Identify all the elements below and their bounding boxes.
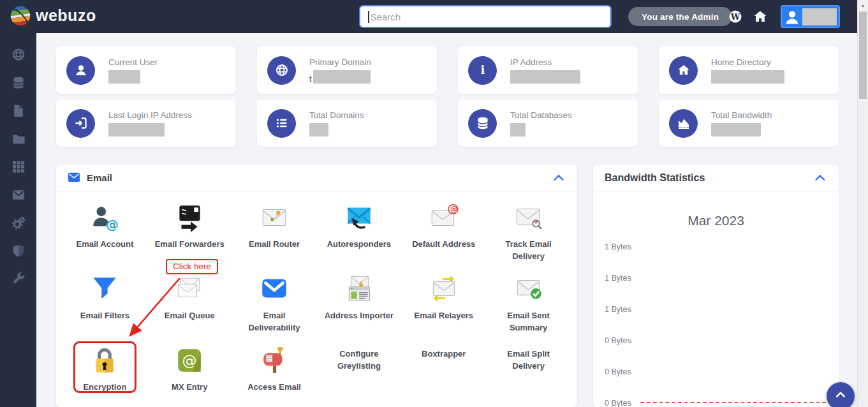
email-item-label: Default Address bbox=[412, 239, 475, 251]
wordpress-icon[interactable]: W bbox=[728, 9, 743, 24]
email-item-email-relayers[interactable]: Email Relayers bbox=[401, 270, 486, 342]
envelope-blue-icon bbox=[68, 172, 80, 184]
email-item-configure-greylisting[interactable]: Configure Greylisting bbox=[316, 342, 401, 407]
email-item-email-sent-summary[interactable]: Email Sent Summary bbox=[486, 270, 571, 342]
chart-ytick: 0 Bytes bbox=[605, 367, 631, 376]
sidebar-item-grid[interactable] bbox=[11, 159, 26, 174]
sidebar-item-wrench[interactable] bbox=[11, 272, 26, 286]
chevron-up-icon[interactable] bbox=[552, 171, 566, 185]
email-router-icon bbox=[258, 202, 290, 233]
email-item-email-router[interactable]: Email Router bbox=[232, 199, 317, 270]
email-item-mx-entry[interactable]: @MX Entry bbox=[147, 342, 232, 407]
sidebar-item-gears[interactable] bbox=[11, 216, 26, 230]
wrench-icon bbox=[11, 278, 26, 288]
email-relayers-icon bbox=[428, 273, 460, 305]
card-title: Home Directory bbox=[711, 57, 784, 67]
email-item-label: Boxtrapper bbox=[422, 348, 466, 360]
card-value-redacted bbox=[108, 70, 140, 84]
email-item-email-account[interactable]: @Email Account bbox=[63, 199, 147, 270]
email-item-default-address[interactable]: @Default Address bbox=[401, 199, 486, 270]
sidebar-item-globe[interactable] bbox=[11, 47, 26, 62]
search-input[interactable]: Search bbox=[359, 5, 612, 28]
email-section-title: Email bbox=[87, 172, 112, 183]
card-title: Total Bandwidth bbox=[711, 110, 772, 120]
chart-ytick: 1 Bytes bbox=[605, 305, 631, 314]
info-cards: Current UserPrimary DomaintiIP AddressHo… bbox=[56, 47, 839, 147]
card-value-redacted bbox=[711, 70, 784, 84]
sidebar-item-folder[interactable] bbox=[11, 131, 26, 146]
email-item-email-split-delivery[interactable]: Email Split Delivery bbox=[486, 342, 571, 407]
svg-text:@: @ bbox=[106, 218, 119, 232]
email-account-icon: @ bbox=[89, 202, 121, 233]
encryption-icon bbox=[89, 344, 121, 376]
login-icon bbox=[66, 109, 95, 138]
email-item-email-queue[interactable]: Email Queue bbox=[147, 270, 232, 342]
webuzo-dashboard: webuzo Search You are the Admin W Curren… bbox=[0, 0, 868, 407]
default-address-icon: @ bbox=[428, 202, 460, 233]
email-item-label: Email Filters bbox=[80, 310, 129, 322]
card-value-redacted bbox=[313, 70, 371, 84]
card-value-redacted bbox=[510, 123, 526, 137]
card-total-databases: Total Databases bbox=[458, 100, 638, 147]
list-icon bbox=[267, 109, 296, 138]
email-tools-grid: @Email AccountEmail ForwardersEmail Rout… bbox=[56, 191, 577, 407]
home-icon[interactable] bbox=[753, 9, 768, 24]
card-value-redacted bbox=[309, 123, 328, 137]
email-item-label: Address Importer bbox=[325, 310, 394, 322]
email-filters-icon bbox=[89, 273, 121, 305]
card-home-directory: Home Directory bbox=[659, 47, 839, 94]
email-section: Email @Email AccountEmail ForwardersEmai… bbox=[56, 165, 577, 407]
home-icon bbox=[669, 56, 698, 85]
chevron-up-icon[interactable] bbox=[813, 171, 827, 185]
email-item-address-importer[interactable]: Address Importer bbox=[316, 270, 401, 342]
card-title: Total Databases bbox=[510, 110, 572, 120]
globe-icon bbox=[267, 56, 296, 85]
chart-month-title: Mar 2023 bbox=[593, 213, 839, 228]
address-importer-icon bbox=[343, 273, 375, 305]
email-item-boxtrapper[interactable]: Boxtrapper bbox=[401, 342, 486, 407]
email-item-label: Email Forwarders bbox=[155, 239, 224, 251]
card-total-domains: Total Domains bbox=[257, 100, 437, 147]
search-placeholder: Search bbox=[371, 11, 401, 22]
user-account-button[interactable] bbox=[781, 5, 840, 28]
sidebar-item-mail[interactable] bbox=[11, 188, 26, 202]
track-email-delivery-icon bbox=[513, 202, 545, 233]
email-item-encryption[interactable]: Encryption bbox=[63, 342, 147, 407]
card-title: Last Login IP Address bbox=[108, 110, 192, 120]
bandwidth-section: Bandwidth Statistics Mar 2023 1 Bytes1 B… bbox=[593, 165, 839, 407]
email-item-autoresponders[interactable]: Autoresponders bbox=[316, 199, 401, 270]
card-last-login-ip-address: Last Login IP Address bbox=[56, 100, 236, 147]
svg-text:@: @ bbox=[182, 352, 197, 369]
email-item-email-filters[interactable]: Email Filters bbox=[63, 270, 147, 342]
grid-icon bbox=[11, 165, 26, 176]
scrollbar-up-arrow-icon[interactable]: ▲ bbox=[858, 0, 868, 11]
email-item-track-email-delivery[interactable]: Track Email Delivery bbox=[486, 199, 571, 270]
autoresponders-icon bbox=[343, 202, 375, 233]
email-forwarders-icon bbox=[173, 202, 205, 233]
chart-icon bbox=[669, 109, 698, 138]
email-item-access-email[interactable]: Access Email bbox=[232, 342, 317, 407]
chart-ytick: 0 Bytes bbox=[605, 399, 631, 407]
svg-text:@: @ bbox=[450, 205, 457, 214]
user-icon bbox=[66, 56, 95, 85]
database-icon bbox=[11, 81, 26, 92]
email-item-label: Email Sent Summary bbox=[491, 310, 566, 334]
file-icon bbox=[11, 109, 26, 120]
card-primary-domain: Primary Domaint bbox=[257, 47, 437, 94]
scrollbar-thumb[interactable] bbox=[859, 11, 867, 99]
database-icon bbox=[468, 109, 497, 138]
info-icon: i bbox=[468, 56, 497, 85]
text-caret bbox=[368, 11, 369, 23]
sidebar-item-database[interactable] bbox=[11, 75, 26, 90]
email-item-email-deliverability[interactable]: Email Deliverability bbox=[232, 270, 317, 342]
mail-icon bbox=[11, 193, 26, 204]
mx-entry-icon: @ bbox=[173, 344, 205, 376]
brand-logo[interactable]: webuzo bbox=[9, 4, 96, 27]
sidebar-item-file[interactable] bbox=[11, 103, 26, 118]
sidebar-item-shield[interactable] bbox=[11, 244, 26, 258]
chart-ytick: 1 Bytes bbox=[605, 274, 631, 283]
email-item-label: Email Relayers bbox=[414, 310, 473, 322]
scrollbar[interactable]: ▲ bbox=[857, 0, 868, 407]
scroll-to-top-button[interactable] bbox=[827, 382, 855, 407]
card-title: IP Address bbox=[510, 57, 580, 67]
